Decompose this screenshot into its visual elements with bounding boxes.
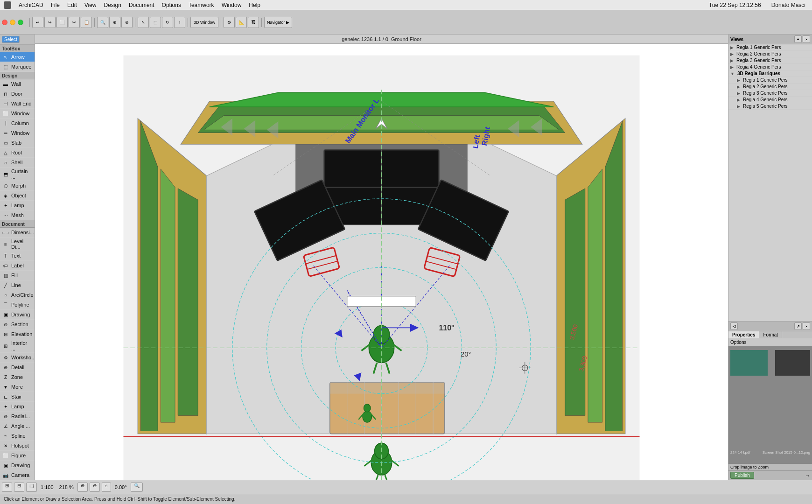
drawing-canvas[interactable]: Main Monitor L Left Right	[35, 44, 728, 480]
tool-zone[interactable]: Z Zone	[0, 372, 35, 382]
tree-item-2[interactable]: ▶ Regia 3 Generic Pers	[728, 57, 812, 64]
tool-detail[interactable]: ⊕ Detail	[0, 363, 35, 372]
tool-section[interactable]: ⊘ Section	[0, 320, 35, 329]
canvas-area[interactable]: genelec 1236 1.1 / 0. Ground Floor	[35, 35, 728, 480]
tool-marquee[interactable]: ⬚ Marquee	[0, 62, 35, 72]
tool-curtain[interactable]: ⬒ Curtain ...	[0, 168, 35, 181]
tool-level-dim[interactable]: ≡ Level Di...	[0, 238, 35, 251]
publish-btn[interactable]: Publish	[730, 472, 754, 479]
tool-drawing[interactable]: ▣ Drawing	[0, 310, 35, 320]
menu-help[interactable]: Help	[246, 1, 263, 9]
tool-figure[interactable]: ⬜ Figure	[0, 451, 35, 461]
menu-edit[interactable]: Edit	[64, 1, 80, 9]
tool-spline[interactable]: ~ Spline	[0, 431, 35, 441]
tool-lamp2[interactable]: ✦ Lamp	[0, 402, 35, 412]
tool-radial[interactable]: ⊚ Radial...	[0, 412, 35, 421]
nav-btn-1[interactable]: ⊞	[2, 483, 12, 492]
nav-btn-fit[interactable]: ⌂	[102, 483, 111, 492]
menu-archicad[interactable]: ArchiCAD	[16, 1, 46, 9]
nav-btn-4[interactable]: ⊕	[77, 483, 88, 492]
tool-window[interactable]: ⬜ Window	[0, 109, 35, 119]
tool-fill[interactable]: ▨ Fill	[0, 271, 35, 280]
menu-view[interactable]: View	[82, 1, 99, 9]
toolbar-btn-14[interactable]: 📐	[236, 17, 247, 28]
tool-wall[interactable]: ▬ Wall	[0, 79, 35, 89]
maximize-button[interactable]	[18, 20, 23, 25]
tool-shell[interactable]: ∩ Shell	[0, 158, 35, 168]
tool-arc[interactable]: ○ Arc/Circle	[0, 290, 35, 300]
toolbar-3d-window[interactable]: 3D Window	[190, 17, 218, 28]
tool-slab[interactable]: ▭ Slab	[0, 138, 35, 148]
tool-wall-end[interactable]: ⊣ Wall End	[0, 99, 35, 109]
tool-label[interactable]: 🏷 Label	[0, 261, 35, 271]
tree-item-3[interactable]: ▶ Regia 4 Generic Pers	[728, 64, 812, 70]
props-btn-1[interactable]: ◁	[730, 322, 738, 330]
toolbar-btn-8[interactable]: ⊖	[121, 17, 133, 28]
close-button[interactable]	[2, 20, 7, 25]
tool-object[interactable]: ◈ Object	[0, 191, 35, 201]
toolbar-btn-2[interactable]: ↪	[44, 17, 56, 28]
tree-item-1[interactable]: ▶ Regia 2 Generic Pers	[728, 51, 812, 57]
tool-lamp[interactable]: ✦ Lamp	[0, 201, 35, 210]
tool-door[interactable]: ⊓ Door	[0, 89, 35, 99]
tab-properties[interactable]: Properties	[728, 331, 759, 338]
tool-beam[interactable]: ═ Window	[0, 128, 35, 138]
minimize-button[interactable]	[10, 20, 15, 25]
toolbar-btn-11[interactable]: ↻	[162, 17, 173, 28]
tree-item-6[interactable]: ▶ Regia 2 Generic Pers	[728, 84, 812, 90]
tree-item-5[interactable]: ▶ Regia 1 Generic Pers	[728, 77, 812, 84]
tool-line[interactable]: ╱ Line	[0, 280, 35, 290]
publish-arrow[interactable]: →	[805, 473, 810, 478]
menu-window[interactable]: Window	[219, 1, 245, 9]
toolbar-btn-5[interactable]: 📋	[81, 17, 92, 28]
nav-btn-5[interactable]: ⊖	[90, 483, 100, 492]
props-close-btn[interactable]: ×	[803, 322, 810, 330]
tool-worksheet[interactable]: ⚙ Worksho...	[0, 353, 35, 363]
menu-document[interactable]: Document	[126, 1, 157, 9]
tool-stair[interactable]: ⊏ Stair	[0, 392, 35, 402]
toolbar-btn-7[interactable]: ⊕	[109, 17, 120, 28]
tool-more[interactable]: ▼ More	[0, 382, 35, 392]
toolbar-btn-4[interactable]: ✂	[69, 17, 80, 28]
tool-camera[interactable]: 📷 Camera	[0, 470, 35, 480]
toolbar-btn-13[interactable]: ⚙	[224, 17, 235, 28]
toolbar-btn-3[interactable]: ⬜	[56, 17, 68, 28]
views-close-btn[interactable]: ×	[803, 35, 810, 43]
toolbar-btn-9[interactable]: ↖	[138, 17, 149, 28]
toolbar-btn-10[interactable]: ⬚	[150, 17, 161, 28]
toolbar-btn-12[interactable]: ↑	[174, 17, 185, 28]
tool-polyline[interactable]: ⌒ Polyline	[0, 300, 35, 310]
tool-angle[interactable]: ∠ Angle ...	[0, 421, 35, 431]
toolbar-btn-1[interactable]: ↩	[32, 17, 43, 28]
menu-options[interactable]: Options	[159, 1, 184, 9]
tool-elevation[interactable]: ⊟ Elevation	[0, 329, 35, 339]
tree-item-4[interactable]: ▼ 3D Regia Barriques	[728, 70, 812, 77]
menu-design[interactable]: Design	[101, 1, 124, 9]
toolbar-btn-15[interactable]: 🏗	[248, 17, 259, 28]
menu-teamwork[interactable]: Teamwork	[186, 1, 217, 9]
nav-btn-search[interactable]: 🔍	[131, 483, 143, 492]
tool-mesh[interactable]: ⋯ Mesh	[0, 210, 35, 220]
tool-roof[interactable]: △ Roof	[0, 148, 35, 158]
nav-btn-3[interactable]: ⬚	[26, 483, 37, 492]
tool-morph[interactable]: ⬡ Morph	[0, 181, 35, 191]
tree-item-7[interactable]: ▶ Regia 3 Generic Pers	[728, 90, 812, 97]
props-expand-btn[interactable]: ↗	[794, 322, 802, 330]
tab-format[interactable]: Format	[759, 331, 782, 338]
navigator-label[interactable]: Navigator ▶	[264, 17, 292, 28]
tree-item-8[interactable]: ▶ Regia 4 Generic Pers	[728, 97, 812, 103]
views-add-btn[interactable]: +	[794, 35, 802, 43]
tool-column[interactable]: ⏐ Column	[0, 119, 35, 128]
tool-interior[interactable]: ⊞ Interior ...	[0, 339, 35, 353]
toolbar-btn-6[interactable]: 🔍	[97, 17, 108, 28]
tree-item-0[interactable]: ▶ Regia 1 Generic Pers	[728, 44, 812, 51]
menu-file[interactable]: File	[48, 1, 63, 9]
tool-arrow[interactable]: ↖ Arrow	[0, 52, 35, 62]
tool-text[interactable]: T Text	[0, 251, 35, 261]
nav-btn-2[interactable]: ⊟	[14, 483, 24, 492]
strip-select[interactable]: Select	[2, 36, 20, 43]
tool-hotspot[interactable]: ✕ Hotspot	[0, 441, 35, 451]
tool-drawing2[interactable]: ▣ Drawing	[0, 461, 35, 470]
tree-item-9[interactable]: ▶ Regia 5 Generic Pers	[728, 103, 812, 110]
tool-dimension[interactable]: ←→ Dimensi...	[0, 228, 35, 238]
